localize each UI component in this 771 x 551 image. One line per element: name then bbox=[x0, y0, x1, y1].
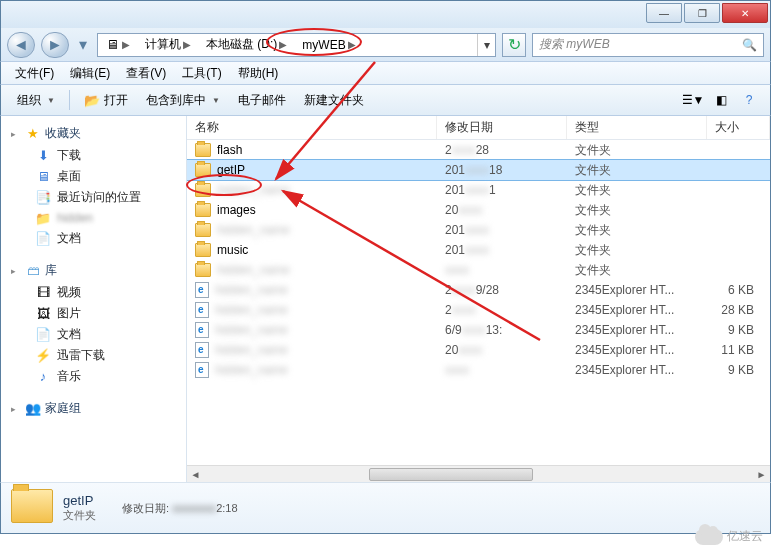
scroll-thumb[interactable] bbox=[369, 468, 534, 481]
file-row[interactable]: hidden_name201xxxx文件夹 bbox=[187, 220, 770, 240]
file-row[interactable]: hidden_name201xxxx1文件夹 bbox=[187, 180, 770, 200]
libraries-header[interactable]: ▸🗃库 bbox=[1, 259, 186, 282]
file-row[interactable]: hidden_name20xxxx2345Explorer HT...11 KB bbox=[187, 340, 770, 360]
file-row[interactable]: hidden_name2xxxx2345Explorer HT...28 KB bbox=[187, 300, 770, 320]
html-file-icon bbox=[195, 322, 209, 338]
file-date-prefix: 201 bbox=[445, 223, 465, 237]
button-label: 组织 bbox=[17, 92, 41, 109]
file-date-hidden: xxxx bbox=[452, 303, 476, 317]
include-in-library-button[interactable]: 包含到库中▼ bbox=[138, 88, 228, 113]
file-date-prefix: 201 bbox=[445, 243, 465, 257]
help-button[interactable]: ? bbox=[736, 88, 762, 112]
minimize-button[interactable]: — bbox=[646, 3, 682, 23]
sidebar-item-documents[interactable]: 📄文档 bbox=[1, 228, 186, 249]
search-icon: 🔍 bbox=[742, 38, 757, 52]
sidebar-item-music[interactable]: ♪音乐 bbox=[1, 366, 186, 387]
sidebar-item-label: hidden bbox=[57, 211, 93, 225]
details-thumbnail bbox=[11, 489, 53, 527]
file-date-prefix: 201 bbox=[445, 163, 465, 177]
maximize-button[interactable]: ❐ bbox=[684, 3, 720, 23]
maximize-icon: ❐ bbox=[698, 8, 707, 19]
column-name[interactable]: 名称 bbox=[187, 116, 437, 139]
homegroup-header[interactable]: ▸👥家庭组 bbox=[1, 397, 186, 420]
breadcrumb-folder[interactable]: myWEB▶ bbox=[296, 34, 364, 56]
file-type: 2345Explorer HT... bbox=[567, 323, 707, 337]
details-name: getIP bbox=[63, 493, 96, 508]
file-row[interactable]: music201xxxx文件夹 bbox=[187, 240, 770, 260]
folder-icon bbox=[195, 263, 211, 277]
sidebar-item-videos[interactable]: 🎞视频 bbox=[1, 282, 186, 303]
file-row[interactable]: hidden_namexxxx文件夹 bbox=[187, 260, 770, 280]
file-date-hidden: xxxx bbox=[465, 243, 489, 257]
sidebar-item-pictures[interactable]: 🖼图片 bbox=[1, 303, 186, 324]
file-row[interactable]: hidden_namexxxx2345Explorer HT...9 KB bbox=[187, 360, 770, 380]
homegroup-icon: 👥 bbox=[25, 401, 41, 417]
open-button[interactable]: 📂打开 bbox=[76, 88, 136, 113]
column-type[interactable]: 类型 bbox=[567, 116, 707, 139]
file-type: 2345Explorer HT... bbox=[567, 343, 707, 357]
folder-icon bbox=[195, 183, 211, 197]
menu-help[interactable]: 帮助(H) bbox=[232, 63, 285, 84]
scroll-track[interactable] bbox=[204, 466, 753, 482]
sidebar-item-label: 视频 bbox=[57, 284, 81, 301]
menu-view[interactable]: 查看(V) bbox=[120, 63, 172, 84]
back-button[interactable]: ◄ bbox=[7, 32, 35, 58]
new-folder-button[interactable]: 新建文件夹 bbox=[296, 88, 372, 113]
cloud-icon bbox=[695, 529, 723, 545]
scroll-right-icon[interactable]: ► bbox=[753, 466, 770, 483]
sidebar-item-desktop[interactable]: 🖥桌面 bbox=[1, 166, 186, 187]
sidebar-item-hidden[interactable]: 📁hidden bbox=[1, 208, 186, 228]
history-dropdown[interactable]: ▾ bbox=[75, 37, 91, 53]
thunder-icon: ⚡ bbox=[35, 348, 51, 364]
file-row[interactable]: images20xxxx文件夹 bbox=[187, 200, 770, 220]
chevron-down-icon: ▼ bbox=[47, 96, 55, 105]
columns-header: 名称 修改日期 类型 大小 bbox=[187, 116, 770, 140]
breadcrumb-computer[interactable]: 计算机▶ bbox=[139, 34, 200, 56]
address-dropdown[interactable]: ▾ bbox=[477, 34, 495, 56]
refresh-button[interactable]: ↻ bbox=[502, 33, 526, 57]
menu-edit[interactable]: 编辑(E) bbox=[64, 63, 116, 84]
scroll-left-icon[interactable]: ◄ bbox=[187, 466, 204, 483]
sidebar-item-thunder[interactable]: ⚡迅雷下载 bbox=[1, 345, 186, 366]
sidebar-item-recent[interactable]: 📑最近访问的位置 bbox=[1, 187, 186, 208]
file-row[interactable]: flash2xxxx28文件夹 bbox=[187, 140, 770, 160]
close-button[interactable]: ✕ bbox=[722, 3, 768, 23]
menu-tools[interactable]: 工具(T) bbox=[176, 63, 227, 84]
search-input[interactable]: 搜索 myWEB 🔍 bbox=[532, 33, 764, 57]
file-row[interactable]: hidden_name2xxxx9/282345Explorer HT...6 … bbox=[187, 280, 770, 300]
sidebar-item-label: 迅雷下载 bbox=[57, 347, 105, 364]
collapse-icon: ▸ bbox=[11, 266, 21, 276]
breadcrumb-drive[interactable]: 本地磁盘 (D:)▶ bbox=[200, 34, 296, 56]
file-name: getIP bbox=[217, 163, 245, 177]
folder-icon bbox=[195, 223, 211, 237]
file-date-hidden: xxxx bbox=[452, 283, 476, 297]
address-root-icon[interactable]: 🖥▶ bbox=[98, 34, 139, 56]
navigation-pane: ▸★收藏夹 ⬇下载 🖥桌面 📑最近访问的位置 📁hidden 📄文档 ▸🗃库 🎞… bbox=[1, 116, 187, 482]
organize-button[interactable]: 组织▼ bbox=[9, 88, 63, 113]
document-icon: 📄 bbox=[35, 231, 51, 247]
email-button[interactable]: 电子邮件 bbox=[230, 88, 294, 113]
sidebar-item-documents-lib[interactable]: 📄文档 bbox=[1, 324, 186, 345]
file-row[interactable]: getIP201xxxx18文件夹 bbox=[187, 160, 770, 180]
chevron-down-icon: ▼ bbox=[212, 96, 220, 105]
view-options-button[interactable]: ☰▼ bbox=[680, 88, 706, 112]
file-list: 名称 修改日期 类型 大小 flash2xxxx28文件夹getIP201xxx… bbox=[187, 116, 770, 482]
column-size[interactable]: 大小 bbox=[707, 116, 770, 139]
help-icon: ? bbox=[746, 93, 753, 107]
menu-file[interactable]: 文件(F) bbox=[9, 63, 60, 84]
chevron-right-icon: ▶ bbox=[120, 39, 132, 50]
sidebar-item-downloads[interactable]: ⬇下载 bbox=[1, 145, 186, 166]
horizontal-scrollbar[interactable]: ◄ ► bbox=[187, 465, 770, 482]
collapse-icon: ▸ bbox=[11, 404, 21, 414]
favorites-header[interactable]: ▸★收藏夹 bbox=[1, 122, 186, 145]
forward-button[interactable]: ► bbox=[41, 32, 69, 58]
file-type: 2345Explorer HT... bbox=[567, 283, 707, 297]
column-date[interactable]: 修改日期 bbox=[437, 116, 567, 139]
document-icon: 📄 bbox=[35, 327, 51, 343]
refresh-icon: ↻ bbox=[508, 35, 521, 54]
file-list-body: flash2xxxx28文件夹getIP201xxxx18文件夹hidden_n… bbox=[187, 140, 770, 465]
preview-pane-button[interactable]: ◧ bbox=[708, 88, 734, 112]
address-bar[interactable]: 🖥▶ 计算机▶ 本地磁盘 (D:)▶ myWEB▶ ▾ bbox=[97, 33, 496, 57]
file-row[interactable]: hidden_name6/9xxxx13:2345Explorer HT...9… bbox=[187, 320, 770, 340]
folder-icon: 📁 bbox=[35, 210, 51, 226]
